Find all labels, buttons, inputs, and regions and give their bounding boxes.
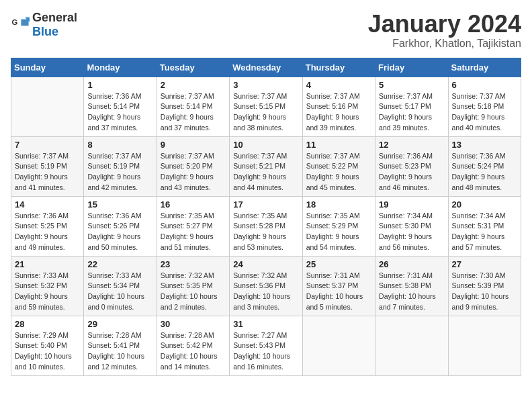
calendar-week-1: 1Sunrise: 7:36 AM Sunset: 5:14 PM Daylig… xyxy=(11,77,521,136)
day-number: 11 xyxy=(306,140,371,150)
page-header: G General Blue January 2024 Farkhor, Kha… xyxy=(11,11,521,50)
day-number: 26 xyxy=(379,259,444,269)
day-number: 1 xyxy=(87,80,152,90)
calendar-cell: 5Sunrise: 7:37 AM Sunset: 5:17 PM Daylig… xyxy=(375,77,448,136)
calendar-cell: 29Sunrise: 7:28 AM Sunset: 5:41 PM Dayli… xyxy=(84,316,157,375)
calendar-cell: 28Sunrise: 7:29 AM Sunset: 5:40 PM Dayli… xyxy=(11,316,84,375)
day-header-sunday: Sunday xyxy=(11,58,84,77)
day-info: Sunrise: 7:37 AM Sunset: 5:15 PM Dayligh… xyxy=(233,91,298,134)
day-number: 12 xyxy=(379,140,444,150)
calendar-cell: 22Sunrise: 7:33 AM Sunset: 5:34 PM Dayli… xyxy=(84,256,157,316)
calendar-cell xyxy=(448,316,521,375)
day-info: Sunrise: 7:35 AM Sunset: 5:27 PM Dayligh… xyxy=(161,211,226,253)
calendar-table: SundayMondayTuesdayWednesdayThursdayFrid… xyxy=(11,58,521,376)
calendar-cell: 23Sunrise: 7:32 AM Sunset: 5:35 PM Dayli… xyxy=(157,256,229,316)
day-info: Sunrise: 7:35 AM Sunset: 5:28 PM Dayligh… xyxy=(233,211,298,253)
day-header-saturday: Saturday xyxy=(448,58,521,77)
calendar-cell: 26Sunrise: 7:31 AM Sunset: 5:38 PM Dayli… xyxy=(375,256,448,316)
day-number: 10 xyxy=(233,140,298,150)
day-header-friday: Friday xyxy=(375,58,448,77)
day-number: 15 xyxy=(87,199,152,210)
day-number: 22 xyxy=(87,259,152,269)
calendar-cell xyxy=(302,316,375,375)
calendar-cell: 21Sunrise: 7:33 AM Sunset: 5:32 PM Dayli… xyxy=(11,256,84,316)
day-info: Sunrise: 7:37 AM Sunset: 5:21 PM Dayligh… xyxy=(233,151,298,193)
calendar-header-row: SundayMondayTuesdayWednesdayThursdayFrid… xyxy=(11,58,521,77)
calendar-cell: 27Sunrise: 7:30 AM Sunset: 5:39 PM Dayli… xyxy=(448,256,521,316)
calendar-cell: 25Sunrise: 7:31 AM Sunset: 5:37 PM Dayli… xyxy=(302,256,375,316)
logo-text-general: General xyxy=(32,11,77,24)
calendar-cell: 16Sunrise: 7:35 AM Sunset: 5:27 PM Dayli… xyxy=(157,196,229,256)
day-info: Sunrise: 7:34 AM Sunset: 5:31 PM Dayligh… xyxy=(452,211,517,253)
day-info: Sunrise: 7:28 AM Sunset: 5:42 PM Dayligh… xyxy=(161,330,226,373)
day-number: 13 xyxy=(452,140,517,150)
day-info: Sunrise: 7:36 AM Sunset: 5:25 PM Dayligh… xyxy=(15,211,80,253)
calendar-cell: 10Sunrise: 7:37 AM Sunset: 5:21 PM Dayli… xyxy=(230,136,302,196)
calendar-body: 1Sunrise: 7:36 AM Sunset: 5:14 PM Daylig… xyxy=(11,77,521,375)
calendar-week-3: 14Sunrise: 7:36 AM Sunset: 5:25 PM Dayli… xyxy=(11,196,521,256)
day-number: 31 xyxy=(233,319,298,329)
day-info: Sunrise: 7:31 AM Sunset: 5:38 PM Dayligh… xyxy=(379,271,444,313)
day-header-monday: Monday xyxy=(84,58,157,77)
calendar-cell: 9Sunrise: 7:37 AM Sunset: 5:20 PM Daylig… xyxy=(157,136,229,196)
day-info: Sunrise: 7:37 AM Sunset: 5:19 PM Dayligh… xyxy=(15,151,80,193)
logo-text-blue: Blue xyxy=(32,25,58,38)
day-number: 27 xyxy=(452,259,517,269)
day-info: Sunrise: 7:36 AM Sunset: 5:14 PM Dayligh… xyxy=(87,91,152,134)
day-number: 7 xyxy=(15,140,80,150)
day-number: 21 xyxy=(15,259,80,269)
calendar-week-2: 7Sunrise: 7:37 AM Sunset: 5:19 PM Daylig… xyxy=(11,136,521,196)
calendar-cell xyxy=(11,77,84,136)
day-number: 30 xyxy=(161,319,226,329)
calendar-cell: 8Sunrise: 7:37 AM Sunset: 5:19 PM Daylig… xyxy=(84,136,157,196)
svg-text:G: G xyxy=(11,18,17,26)
calendar-cell: 15Sunrise: 7:36 AM Sunset: 5:26 PM Dayli… xyxy=(84,196,157,256)
logo-icon: G xyxy=(11,15,30,34)
day-info: Sunrise: 7:36 AM Sunset: 5:23 PM Dayligh… xyxy=(379,151,444,193)
day-number: 16 xyxy=(161,199,226,210)
day-info: Sunrise: 7:37 AM Sunset: 5:19 PM Dayligh… xyxy=(87,151,152,193)
logo: G General Blue xyxy=(11,11,77,39)
day-info: Sunrise: 7:27 AM Sunset: 5:43 PM Dayligh… xyxy=(233,330,298,373)
day-number: 8 xyxy=(87,140,152,150)
day-number: 19 xyxy=(379,199,444,210)
calendar-cell xyxy=(375,316,448,375)
day-info: Sunrise: 7:32 AM Sunset: 5:36 PM Dayligh… xyxy=(233,271,298,313)
calendar-cell: 2Sunrise: 7:37 AM Sunset: 5:14 PM Daylig… xyxy=(157,77,229,136)
day-number: 23 xyxy=(161,259,226,269)
calendar-cell: 20Sunrise: 7:34 AM Sunset: 5:31 PM Dayli… xyxy=(448,196,521,256)
calendar-week-5: 28Sunrise: 7:29 AM Sunset: 5:40 PM Dayli… xyxy=(11,316,521,375)
calendar-cell: 19Sunrise: 7:34 AM Sunset: 5:30 PM Dayli… xyxy=(375,196,448,256)
day-number: 29 xyxy=(87,319,152,329)
calendar-cell: 12Sunrise: 7:36 AM Sunset: 5:23 PM Dayli… xyxy=(375,136,448,196)
day-number: 2 xyxy=(161,80,226,90)
day-number: 5 xyxy=(379,80,444,90)
calendar-cell: 14Sunrise: 7:36 AM Sunset: 5:25 PM Dayli… xyxy=(11,196,84,256)
day-number: 6 xyxy=(452,80,517,90)
title-area: January 2024 Farkhor, Khatlon, Tajikista… xyxy=(368,11,521,50)
calendar-cell: 31Sunrise: 7:27 AM Sunset: 5:43 PM Dayli… xyxy=(230,316,302,375)
calendar-cell: 6Sunrise: 7:37 AM Sunset: 5:18 PM Daylig… xyxy=(448,77,521,136)
day-info: Sunrise: 7:37 AM Sunset: 5:14 PM Dayligh… xyxy=(161,91,226,134)
day-header-tuesday: Tuesday xyxy=(157,58,229,77)
calendar-title: January 2024 xyxy=(368,11,521,38)
calendar-cell: 1Sunrise: 7:36 AM Sunset: 5:14 PM Daylig… xyxy=(84,77,157,136)
day-info: Sunrise: 7:34 AM Sunset: 5:30 PM Dayligh… xyxy=(379,211,444,253)
day-number: 4 xyxy=(306,80,371,90)
day-info: Sunrise: 7:33 AM Sunset: 5:32 PM Dayligh… xyxy=(15,271,80,313)
calendar-week-4: 21Sunrise: 7:33 AM Sunset: 5:32 PM Dayli… xyxy=(11,256,521,316)
day-info: Sunrise: 7:36 AM Sunset: 5:24 PM Dayligh… xyxy=(452,151,517,193)
day-info: Sunrise: 7:29 AM Sunset: 5:40 PM Dayligh… xyxy=(15,330,80,373)
day-info: Sunrise: 7:37 AM Sunset: 5:22 PM Dayligh… xyxy=(306,151,371,193)
day-header-thursday: Thursday xyxy=(302,58,375,77)
day-info: Sunrise: 7:36 AM Sunset: 5:26 PM Dayligh… xyxy=(87,211,152,253)
day-info: Sunrise: 7:37 AM Sunset: 5:20 PM Dayligh… xyxy=(161,151,226,193)
calendar-cell: 24Sunrise: 7:32 AM Sunset: 5:36 PM Dayli… xyxy=(230,256,302,316)
calendar-cell: 17Sunrise: 7:35 AM Sunset: 5:28 PM Dayli… xyxy=(230,196,302,256)
day-info: Sunrise: 7:37 AM Sunset: 5:17 PM Dayligh… xyxy=(379,91,444,134)
day-number: 20 xyxy=(452,199,517,210)
day-info: Sunrise: 7:37 AM Sunset: 5:18 PM Dayligh… xyxy=(452,91,517,134)
calendar-cell: 11Sunrise: 7:37 AM Sunset: 5:22 PM Dayli… xyxy=(302,136,375,196)
day-number: 24 xyxy=(233,259,298,269)
day-info: Sunrise: 7:31 AM Sunset: 5:37 PM Dayligh… xyxy=(306,271,371,313)
